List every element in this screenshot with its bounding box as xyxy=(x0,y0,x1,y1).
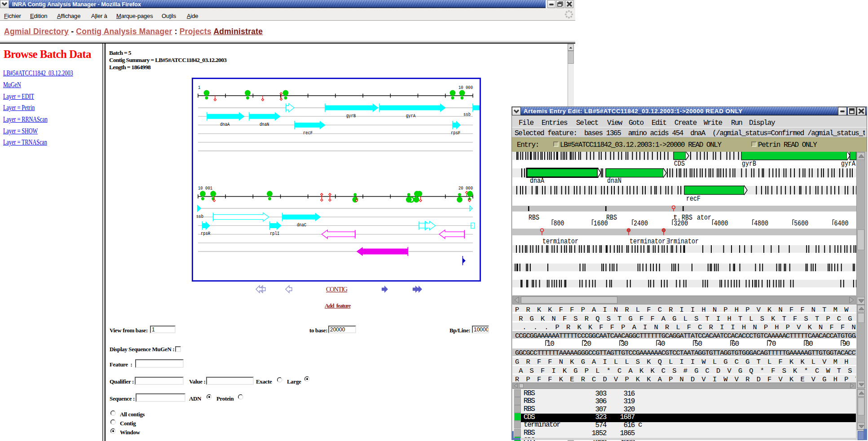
svg-text:dnaA: dnaA xyxy=(220,122,230,127)
svg-text:dnaC: dnaC xyxy=(297,222,306,228)
svg-text:4800: 4800 xyxy=(754,220,768,228)
svg-text:gyrB: gyrB xyxy=(742,160,756,168)
svg-text:2400: 2400 xyxy=(634,220,648,228)
svg-text:dnaN: dnaN xyxy=(260,122,269,127)
svg-text:dnaN: dnaN xyxy=(607,177,621,185)
svg-text:terminator: terminator xyxy=(630,238,665,246)
svg-text:20 000: 20 000 xyxy=(458,185,473,191)
svg-text:gyrA: gyrA xyxy=(841,160,855,168)
svg-text:terminator: terminator xyxy=(542,238,578,246)
svg-text:RBS: RBS xyxy=(529,214,539,222)
svg-text:CDS: CDS xyxy=(674,160,685,168)
svg-text:ssb: ssb xyxy=(463,112,471,117)
svg-text:gyrB: gyrB xyxy=(346,113,356,119)
svg-text:gyrA: gyrA xyxy=(406,113,416,119)
svg-text:recF: recF xyxy=(686,195,701,203)
svg-text:6400: 6400 xyxy=(834,220,849,228)
svg-text:recF: recF xyxy=(303,130,313,136)
svg-text:Ǝrminator: Ǝrminator xyxy=(666,238,699,246)
svg-text:800: 800 xyxy=(553,220,564,228)
svg-text:4000: 4000 xyxy=(714,220,728,228)
svg-text:1600: 1600 xyxy=(594,220,608,228)
svg-text:3200: 3200 xyxy=(674,220,688,228)
svg-text:dnaA: dnaA xyxy=(530,177,544,185)
svg-text:rplI: rplI xyxy=(270,231,279,236)
svg-text:1: 1 xyxy=(198,85,200,90)
svg-text:rpsF: rpsF xyxy=(451,130,460,136)
svg-text:ator: ator xyxy=(697,214,711,222)
svg-text:10 000: 10 000 xyxy=(458,85,473,90)
svg-text:rpsR: rpsR xyxy=(201,231,211,236)
svg-text:10 001: 10 001 xyxy=(198,185,212,191)
svg-text:5600: 5600 xyxy=(794,220,808,228)
svg-text:ssb: ssb xyxy=(196,214,203,219)
